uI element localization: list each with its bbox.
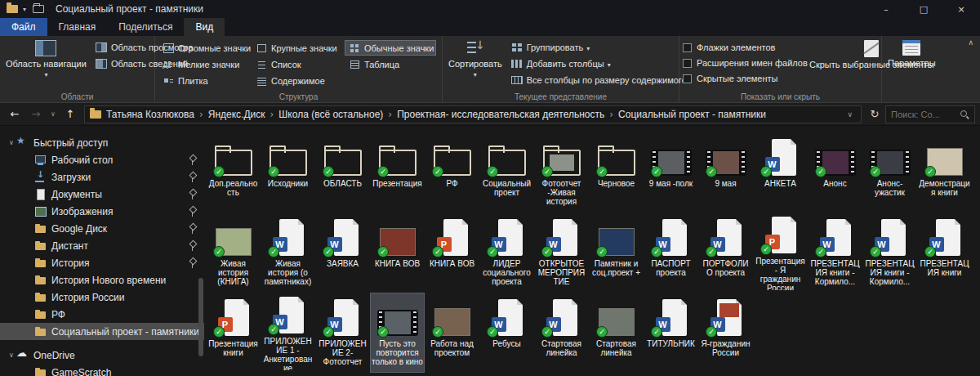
breadcrumb-segment[interactable]: Татьяна Козлюкова — [101, 109, 203, 120]
quick-access-toolbar-chevron-icon[interactable]: ▾ — [23, 6, 26, 13]
file-item[interactable]: 9 мая -полк — [644, 132, 698, 213]
breadcrumb-segment[interactable]: Проектная- исследовательская деятельност… — [392, 109, 613, 120]
layout-option[interactable]: Обычные значки — [345, 40, 436, 56]
sidebar-item-icon — [34, 189, 47, 199]
file-item[interactable]: Презентация книги — [206, 293, 261, 373]
refresh-icon[interactable]: ↻ — [866, 105, 884, 123]
folder-options-button[interactable]: Параметры — [885, 38, 938, 69]
sidebar-item[interactable]: История — [0, 254, 204, 271]
quick-access-folder-icon[interactable] — [33, 5, 44, 13]
ribbon-tab[interactable]: Главная — [47, 18, 108, 36]
sidebar-item[interactable]: ∨ Быстрый доступ — [0, 134, 204, 151]
sidebar-item[interactable]: ∨ OneDrive — [0, 347, 204, 364]
maximize-button[interactable]: □ — [905, 0, 942, 18]
file-item[interactable]: Демонстрация книги — [917, 132, 972, 213]
file-item[interactable]: ЛИДЕР социального проекта — [479, 213, 534, 293]
file-item[interactable]: ПАСПОРТ проекта — [644, 213, 698, 293]
file-item[interactable]: Стартовая линейка — [589, 293, 644, 373]
breadcrumb-segment[interactable]: Яндекс.Диск — [203, 109, 274, 120]
file-item[interactable]: ТИТУЛЬНИК — [644, 293, 698, 373]
ribbon-checkbox[interactable]: Скрытые элементы — [683, 74, 807, 83]
file-item[interactable]: Социальный проект — [479, 132, 534, 213]
sync-check-badge — [924, 246, 936, 257]
layout-option[interactable]: Крупные значки — [252, 40, 343, 56]
sidebar-item[interactable]: Социальный проект - памятники — [0, 323, 204, 340]
sidebar-item[interactable]: GameScratch — [0, 364, 204, 376]
file-item[interactable]: ОТКРЫТОЕ МЕРОПРИЯТИЕ — [534, 213, 589, 293]
sidebar-item[interactable]: РФ — [0, 306, 204, 323]
file-item[interactable]: Я-гражданин России — [698, 293, 753, 373]
file-item[interactable]: КНИГА ВОВ — [425, 213, 479, 293]
file-item[interactable]: Памятник и соц.проект + — [589, 213, 644, 293]
file-item[interactable]: Живая история (КНИГА) — [206, 213, 261, 293]
ribbon-small-button[interactable]: Все столбцы по размеру содержимого — [508, 74, 690, 86]
sidebar-item[interactable]: Изображения — [0, 203, 204, 220]
file-item[interactable]: ОБЛАСТЬ — [315, 132, 370, 213]
layout-option[interactable]: Содержимое — [252, 73, 343, 88]
ribbon-small-button[interactable]: Группировать — [508, 42, 690, 53]
file-item[interactable]: Пусть это повторится только в кино — [370, 293, 425, 373]
file-item[interactable]: АНКЕТА — [753, 132, 808, 213]
file-item[interactable]: Фотоотчет -Живая история — [534, 132, 589, 213]
forward-button[interactable]: → — [26, 105, 46, 123]
file-item[interactable]: Ребусы — [479, 293, 534, 373]
expander-icon[interactable]: ∨ — [7, 139, 16, 146]
layout-option[interactable]: Огромные значки — [158, 40, 250, 56]
ribbon-checkbox[interactable]: Флажки элементов — [683, 43, 807, 52]
layout-option[interactable]: Таблица — [345, 56, 436, 72]
breadcrumb-segment[interactable]: Социальный проект - памятники — [613, 109, 771, 120]
expander-icon[interactable]: ∨ — [7, 351, 16, 359]
file-item[interactable]: КНИГА ВОВ — [370, 213, 425, 293]
breadcrumb[interactable]: Татьяна Козлюкова Яндекс.Диск Школа (всё… — [84, 105, 862, 123]
sidebar-item[interactable]: Документы — [0, 186, 204, 203]
sidebar-item[interactable]: Google Диск — [0, 220, 204, 237]
file-item[interactable]: ПРИЛОЖЕНИЕ 1 - Анкетирование — [261, 293, 315, 373]
file-item[interactable]: Доп.реальность — [206, 132, 261, 213]
file-item[interactable]: 9 мая — [698, 132, 753, 213]
file-item[interactable]: ПРИЛОЖЕНИЕ 2- Фотоотчет — [315, 293, 370, 373]
file-item[interactable]: Анонс — [808, 132, 862, 213]
file-item[interactable]: Работа над проектом — [425, 293, 479, 373]
collapse-ribbon-icon[interactable]: ∧ — [968, 38, 973, 47]
file-item[interactable]: ПРЕЗЕНТАЦИЯ книги - Кормило... — [808, 213, 862, 293]
file-item[interactable]: ПОРТФОЛИО проекта — [698, 213, 753, 293]
file-item[interactable]: Живая история (о памятниках) — [261, 213, 315, 293]
layout-option[interactable]: Список — [252, 56, 343, 72]
file-item[interactable]: ПРЕЗЕНТАЦИЯ книги - Кормило... — [862, 213, 917, 293]
layout-option[interactable]: Мелкие значки — [158, 56, 250, 72]
file-item[interactable]: Черновое — [589, 132, 644, 213]
file-item[interactable]: Анонс-ужастик — [862, 132, 917, 213]
file-item[interactable]: ЗАЯВКА — [315, 213, 370, 293]
recent-locations-icon[interactable]: ∨ — [47, 105, 59, 123]
ribbon-tab[interactable]: Вид — [184, 18, 225, 36]
sort-button[interactable]: Сортировать — [446, 38, 505, 82]
address-bar: ← → ∨ ↑ Татьяна Козлюкова Яндекс.Диск Шк… — [0, 103, 980, 126]
ribbon-checkbox[interactable]: Расширения имен файлов — [683, 58, 807, 68]
file-item[interactable]: РФ — [425, 132, 479, 213]
file-item[interactable]: Исходники — [261, 132, 315, 213]
sidebar-item[interactable]: История Нового времени — [0, 271, 204, 289]
up-button[interactable]: ↑ — [60, 105, 80, 123]
sidebar-item[interactable]: История России — [0, 289, 204, 306]
ribbon-tab[interactable]: Файл — [0, 18, 47, 36]
address-history-icon[interactable]: ∨ — [844, 110, 856, 119]
minimize-button[interactable]: – — [867, 0, 905, 18]
search-box[interactable] — [885, 105, 975, 123]
file-item[interactable]: Презентация — [370, 132, 425, 213]
layout-option[interactable]: Плитка — [158, 73, 250, 88]
sidebar-item[interactable]: Рабочий стол — [0, 151, 204, 168]
ribbon-small-button[interactable]: Добавить столбцы — [508, 58, 690, 69]
file-item[interactable]: ПРЕЗЕНТАЦИЯ книги — [917, 213, 972, 293]
file-item[interactable]: Презентация - Я гражданин России — [753, 213, 808, 293]
close-button[interactable]: × — [942, 0, 980, 18]
search-icon[interactable] — [960, 110, 969, 119]
search-input[interactable] — [891, 110, 960, 119]
navigation-pane-button[interactable]: Область навигации — [3, 38, 89, 82]
ribbon-tab[interactable]: Поделиться — [107, 18, 184, 36]
sidebar-item[interactable]: Дистант — [0, 237, 204, 254]
sidebar-scrollbar[interactable] — [198, 278, 203, 356]
file-item[interactable]: Стартовая линейка — [534, 293, 589, 373]
sidebar-item[interactable]: Загрузки — [0, 168, 204, 186]
back-button[interactable]: ← — [5, 105, 24, 123]
breadcrumb-segment[interactable]: Школа (всё остальное) — [274, 109, 392, 120]
